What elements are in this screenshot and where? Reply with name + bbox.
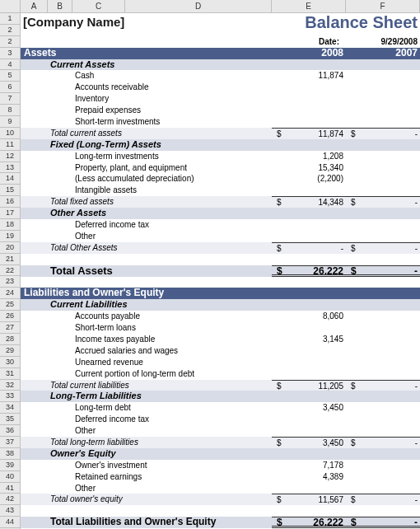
item-ur[interactable]: Unearned revenue	[72, 357, 272, 368]
fixed-assets-header[interactable]: Fixed (Long-Term) Assets	[48, 139, 272, 151]
total-longterm-liab-label[interactable]: Total long-term liabilities	[48, 437, 272, 448]
item-dep[interactable]: (Less accumulated depreciation)	[72, 173, 272, 185]
date-value[interactable]: 9/29/2008	[346, 36, 420, 48]
item-oi[interactable]: Owner's investment	[72, 460, 272, 471]
column-headers: A B C D E F	[0, 0, 420, 13]
total-liab-equity-2008[interactable]: $26,222	[272, 517, 346, 528]
year-current[interactable]: 2008	[272, 48, 346, 59]
liabilities-header[interactable]: Liabilities and Owner's Equity	[21, 288, 420, 299]
total-fixed-assets-label[interactable]: Total fixed assets	[48, 196, 272, 208]
item-cash[interactable]: Cash	[72, 70, 272, 82]
item-ppe[interactable]: Property, plant, and equipment	[72, 162, 272, 174]
item-re[interactable]: Retained earnings	[72, 471, 272, 483]
sheet-title[interactable]: Balance Sheet	[272, 13, 420, 36]
item-itp[interactable]: Income taxes payable	[72, 334, 272, 345]
item-ltd[interactable]: Long-term debt	[72, 402, 272, 414]
total-assets-2007[interactable]: $-	[346, 265, 420, 277]
total-current-assets-2007[interactable]: $-	[346, 128, 420, 139]
item-inv[interactable]: Inventory	[72, 93, 272, 105]
item-stl[interactable]: Short-term loans	[72, 322, 272, 334]
longterm-liab-header[interactable]: Long-Term Liabilities	[48, 391, 272, 402]
date-label[interactable]: Date:	[272, 36, 346, 48]
total-assets-2008[interactable]: $26,222	[272, 265, 346, 277]
total-liab-equity-label[interactable]: Total Liabilities and Owner's Equity	[48, 517, 272, 528]
item-dit-asset[interactable]: Deferred income tax	[72, 219, 272, 231]
item-sti[interactable]: Short-term investments	[72, 116, 272, 128]
total-current-liab-label[interactable]: Total current liabilities	[48, 380, 272, 391]
item-cpltd[interactable]: Current portion of long-term debt	[72, 368, 272, 380]
current-liabilities-header[interactable]: Current Liabilities	[48, 299, 272, 311]
total-current-assets-label[interactable]: Total current assets	[48, 128, 272, 139]
equity-header[interactable]: Owner's Equity	[48, 448, 272, 460]
item-dit-liab[interactable]: Deferred income tax	[72, 414, 272, 425]
total-equity-label[interactable]: Total owner's equity	[48, 494, 272, 505]
other-assets-header[interactable]: Other Assets	[48, 208, 272, 219]
item-lti[interactable]: Long-term investments	[72, 151, 272, 162]
item-asw[interactable]: Accrued salaries and wages	[72, 345, 272, 357]
company-name[interactable]: [Company Name]	[21, 13, 272, 36]
item-other-asset[interactable]: Other	[72, 231, 272, 242]
item-prepaid[interactable]: Prepaid expenses	[72, 105, 272, 116]
item-ar[interactable]: Accounts receivable	[72, 82, 272, 93]
item-ap[interactable]: Accounts payable	[72, 311, 272, 322]
total-other-assets-label[interactable]: Total Other Assets	[48, 242, 272, 254]
total-assets-label[interactable]: Total Assets	[48, 265, 272, 277]
year-prior[interactable]: 2007	[346, 48, 420, 59]
assets-header[interactable]: Assets	[21, 48, 272, 59]
item-intang[interactable]: Intangible assets	[72, 185, 272, 196]
total-liab-equity-2007[interactable]: $-	[346, 517, 420, 528]
spreadsheet-body[interactable]: [Company Name] Balance Sheet Date: 9/29/…	[21, 13, 420, 529]
total-current-assets-2008[interactable]: $11,874	[272, 128, 346, 139]
item-other-liab[interactable]: Other	[72, 425, 272, 437]
row-headers: 1223456789101112131415161718192021222324…	[0, 13, 21, 529]
current-assets-header[interactable]: Current Assets	[48, 59, 272, 71]
item-other-eq[interactable]: Other	[72, 483, 272, 494]
